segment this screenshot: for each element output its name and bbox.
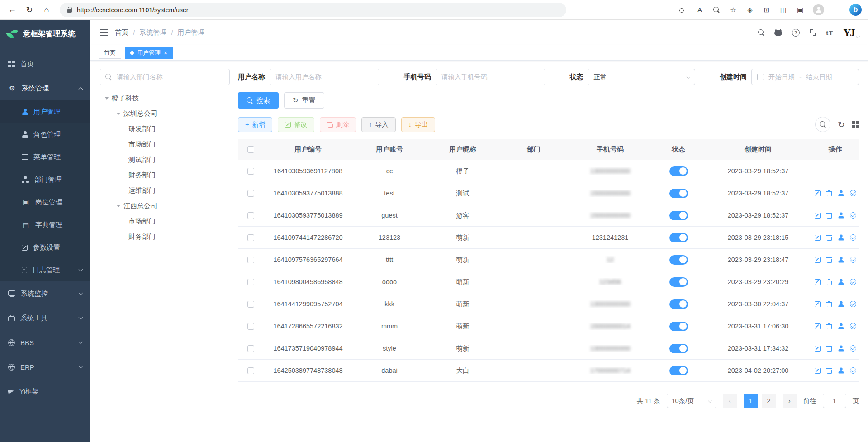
delete-icon[interactable]	[826, 257, 832, 263]
sidebar-item-dict-manage[interactable]: ▤字典管理	[0, 214, 90, 236]
status-toggle[interactable]	[669, 277, 688, 287]
username-input[interactable]	[270, 69, 379, 85]
status-select[interactable]: 正常	[588, 69, 695, 85]
check-circle-icon[interactable]	[850, 212, 856, 219]
phone-input[interactable]	[436, 69, 545, 85]
sidebar-item-log-manage[interactable]: 日志管理	[0, 259, 90, 281]
delete-icon[interactable]	[826, 368, 832, 374]
edit-icon[interactable]	[815, 301, 821, 307]
close-tab-icon[interactable]: ×	[164, 50, 167, 56]
sidebar-item-bbs[interactable]: BBS	[0, 330, 90, 355]
delete-user-button[interactable]: 删除	[320, 117, 356, 132]
user-avatar[interactable]: YJ	[843, 28, 859, 38]
status-toggle[interactable]	[669, 166, 688, 176]
question-icon[interactable]	[792, 29, 800, 37]
zoom-out-icon[interactable]	[712, 7, 721, 13]
row-checkbox[interactable]	[247, 279, 254, 285]
tree-node[interactable]: 市场部门	[100, 137, 230, 152]
browser-essentials-icon[interactable]: ◈	[746, 6, 754, 14]
check-circle-icon[interactable]	[850, 190, 856, 196]
tree-node[interactable]: 财务部门	[100, 229, 230, 244]
add-favorite-icon[interactable]: ☆	[729, 6, 737, 14]
github-icon[interactable]	[774, 29, 782, 36]
browser-menu-dots-icon[interactable]: ⋯	[833, 6, 841, 14]
bing-copilot-icon[interactable]: b	[849, 4, 862, 16]
reset-password-icon[interactable]	[838, 190, 844, 196]
check-circle-icon[interactable]	[850, 323, 856, 329]
sidebar-item-erp[interactable]: ERP	[0, 355, 90, 379]
sidebar-item-system-tools[interactable]: 系统工具	[0, 306, 90, 330]
browser-profile-avatar[interactable]	[813, 4, 824, 15]
tab-user-manage[interactable]: 用户管理 ×	[125, 47, 173, 59]
row-checkbox[interactable]	[247, 257, 254, 263]
reset-password-icon[interactable]	[838, 213, 844, 219]
reset-password-icon[interactable]	[838, 257, 844, 263]
select-all-checkbox[interactable]	[247, 146, 254, 153]
row-checkbox[interactable]	[247, 168, 254, 175]
delete-icon[interactable]	[826, 301, 832, 307]
delete-icon[interactable]	[826, 190, 832, 196]
row-checkbox[interactable]	[247, 323, 254, 330]
date-range-picker[interactable]: 开始日期 - 结束日期	[751, 69, 859, 85]
row-checkbox[interactable]	[247, 367, 254, 374]
search-button[interactable]: 搜索	[238, 92, 279, 109]
sidebar-item-menu-manage[interactable]: 菜单管理	[0, 146, 90, 168]
check-circle-icon[interactable]	[850, 234, 856, 241]
reset-password-icon[interactable]	[838, 279, 844, 285]
tab-home[interactable]: 首页	[99, 47, 121, 59]
edit-icon[interactable]	[815, 257, 821, 263]
check-circle-icon[interactable]	[850, 257, 856, 263]
split-screen-icon[interactable]: ◫	[779, 6, 787, 14]
browser-refresh-button[interactable]: ↻	[22, 2, 37, 18]
edit-icon[interactable]	[815, 279, 821, 285]
edit-icon[interactable]	[815, 346, 821, 352]
row-checkbox[interactable]	[247, 212, 254, 219]
row-checkbox[interactable]	[247, 234, 254, 241]
sidebar-item-system-monitor[interactable]: 系统监控	[0, 281, 90, 306]
row-checkbox[interactable]	[247, 301, 254, 308]
delete-icon[interactable]	[826, 323, 832, 329]
read-aloud-icon[interactable]: A	[696, 6, 704, 14]
status-toggle[interactable]	[669, 366, 688, 375]
extensions-icon[interactable]: ⊞	[763, 6, 771, 14]
check-circle-icon[interactable]	[850, 279, 856, 285]
sidebar-item-post-manage[interactable]: ▣岗位管理	[0, 191, 90, 214]
tree-node[interactable]: 市场部门	[100, 214, 230, 229]
sidebar-item-param-setting[interactable]: 参数设置	[0, 236, 90, 259]
prev-page-button[interactable]: ‹	[723, 394, 737, 408]
status-toggle[interactable]	[669, 211, 688, 220]
password-key-icon[interactable]	[679, 8, 687, 12]
breadcrumb-item-system[interactable]: 系统管理	[139, 29, 166, 37]
dept-search-input[interactable]	[116, 73, 224, 81]
font-size-icon[interactable]: tT	[826, 29, 833, 37]
fullscreen-icon[interactable]	[810, 29, 816, 36]
reset-password-icon[interactable]	[838, 323, 844, 329]
tree-node[interactable]: 橙子科技	[100, 90, 230, 106]
tree-node[interactable]: 江西总公司	[100, 198, 230, 214]
edit-icon[interactable]	[815, 190, 821, 196]
search-icon[interactable]	[758, 29, 764, 36]
sidebar-item-system-manage[interactable]: ⚙系统管理	[0, 76, 90, 100]
column-settings-button[interactable]	[852, 121, 859, 128]
check-circle-icon[interactable]	[850, 367, 856, 374]
reset-button[interactable]: ↻ 重置	[284, 92, 324, 109]
sidebar-item-home[interactable]: 首页	[0, 52, 90, 76]
add-user-button[interactable]: + 新增	[238, 117, 272, 132]
edit-icon[interactable]	[815, 213, 821, 219]
check-circle-icon[interactable]	[850, 301, 856, 307]
delete-icon[interactable]	[826, 235, 832, 241]
tree-node[interactable]: 财务部门	[100, 167, 230, 183]
tree-node[interactable]: 运维部门	[100, 183, 230, 198]
modify-user-button[interactable]: 修改	[278, 117, 314, 132]
next-page-button[interactable]: ›	[783, 394, 797, 408]
tree-node[interactable]: 测试部门	[100, 152, 230, 167]
import-button[interactable]: ↑ 导入	[361, 117, 395, 132]
status-toggle[interactable]	[669, 344, 688, 353]
status-toggle[interactable]	[669, 233, 688, 242]
edit-icon[interactable]	[815, 323, 821, 329]
tree-node[interactable]: 研发部门	[100, 121, 230, 137]
edit-icon[interactable]	[815, 368, 821, 374]
sidebar-item-yi-framework[interactable]: Yi框架	[0, 379, 90, 404]
refresh-table-button[interactable]: ↻	[838, 119, 845, 130]
delete-icon[interactable]	[826, 279, 832, 285]
